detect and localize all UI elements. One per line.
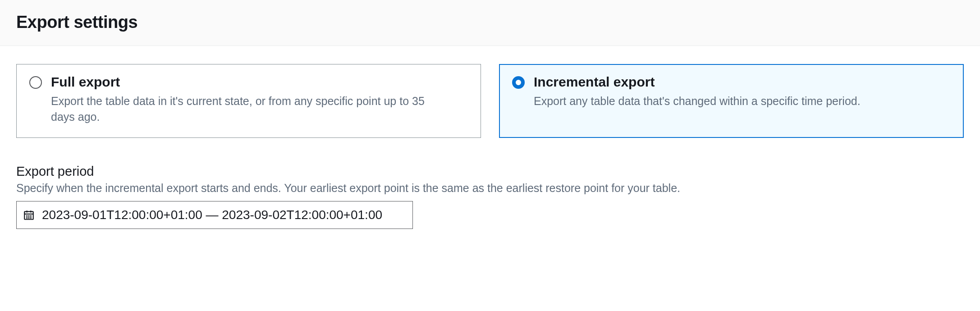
- radio-selected-icon: [512, 76, 525, 89]
- full-export-description: Export the table data in it's current st…: [51, 93, 447, 125]
- svg-point-5: [28, 216, 29, 216]
- svg-point-6: [31, 216, 31, 216]
- export-period-label: Export period: [16, 164, 964, 179]
- settings-content: Full export Export the table data in it'…: [0, 46, 980, 229]
- page-title: Export settings: [16, 13, 964, 32]
- incremental-export-option[interactable]: Incremental export Export any table data…: [499, 64, 964, 138]
- svg-point-9: [31, 218, 31, 218]
- incremental-export-title: Incremental export: [534, 74, 951, 90]
- calendar-icon: [23, 209, 36, 221]
- settings-header: Export settings: [0, 0, 980, 46]
- full-export-title: Full export: [51, 74, 468, 90]
- export-period-description: Specify when the incremental export star…: [16, 182, 964, 195]
- incremental-export-text: Incremental export Export any table data…: [534, 74, 951, 109]
- radio-unselected-icon: [29, 76, 42, 89]
- export-type-options: Full export Export the table data in it'…: [16, 64, 964, 138]
- export-period-value: 2023-09-01T12:00:00+01:00 — 2023-09-02T1…: [42, 208, 382, 222]
- svg-point-8: [28, 218, 29, 218]
- svg-point-7: [27, 218, 27, 218]
- svg-point-4: [27, 216, 27, 216]
- full-export-option[interactable]: Full export Export the table data in it'…: [16, 64, 481, 138]
- full-export-text: Full export Export the table data in it'…: [51, 74, 468, 125]
- incremental-export-description: Export any table data that's changed wit…: [534, 93, 930, 109]
- export-period-input[interactable]: 2023-09-01T12:00:00+01:00 — 2023-09-02T1…: [16, 201, 413, 229]
- export-period-section: Export period Specify when the increment…: [16, 164, 964, 229]
